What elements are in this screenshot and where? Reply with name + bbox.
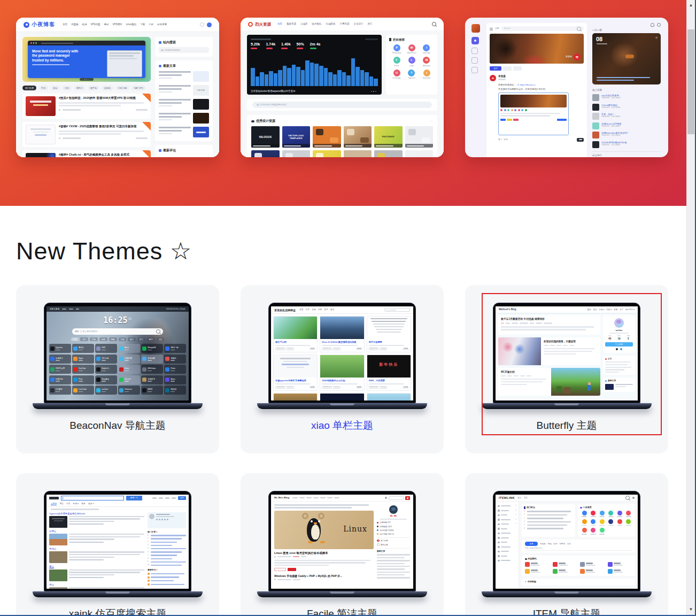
search-bar[interactable]: 搜索输入搜索关键词... bbox=[72, 328, 163, 335]
nav-item[interactable]: 关于 bbox=[324, 309, 328, 311]
app-card[interactable]: MySQL bbox=[164, 386, 186, 395]
app-card[interactable]: 哔哩哔哩 bbox=[118, 355, 140, 364]
resource-thumb[interactable] bbox=[405, 126, 434, 148]
hot-row[interactable]: 6 bbox=[524, 528, 573, 529]
tool-item[interactable] bbox=[599, 519, 605, 526]
app-card[interactable]: AList bbox=[118, 344, 140, 353]
hot-list-row[interactable]: 10 bbox=[148, 564, 186, 566]
post-card[interactable] bbox=[320, 393, 364, 401]
topic-row[interactable]: 自建bitwarden真的安全吗?3 REPLIES，2280 VIEWS bbox=[592, 132, 661, 138]
menu-row[interactable] bbox=[498, 558, 516, 563]
app-card[interactable]: PHP bbox=[95, 344, 117, 353]
category-tab[interactable]: 运维 bbox=[99, 337, 107, 341]
resource-thumb[interactable]: FREEBIES bbox=[405, 150, 434, 157]
category-tab[interactable]: 影音 bbox=[137, 337, 145, 341]
menu-row[interactable]: ▾ bbox=[498, 518, 516, 522]
post-title[interactable]: KMS，无良商家 bbox=[369, 379, 409, 382]
category-tab[interactable]: 设计 bbox=[80, 337, 88, 341]
tech-item[interactable] bbox=[580, 569, 605, 574]
nav-item[interactable]: 其它 bbox=[524, 497, 528, 499]
scroll-up-icon[interactable]: ▲ bbox=[687, 1, 695, 10]
tag-pill[interactable]: 中转 bbox=[38, 86, 48, 90]
search-pill[interactable]: Search bbox=[501, 26, 584, 31]
hot-list-row[interactable]: 7 bbox=[148, 555, 186, 557]
tab-pill[interactable] bbox=[513, 66, 522, 71]
tech-item[interactable] bbox=[608, 569, 632, 574]
tag-pill[interactable]: 热门推荐 bbox=[22, 86, 36, 90]
app-card[interactable]: Stable D.. bbox=[95, 365, 117, 374]
nav-item[interactable]: 技术教程 bbox=[312, 22, 322, 25]
recent-post-row[interactable] bbox=[159, 99, 209, 110]
search-input[interactable]: 输入后回车即可搜索想要的内容 bbox=[252, 102, 432, 108]
app-card[interactable]: 腾讯云 bbox=[72, 344, 94, 353]
theme-name-link[interactable]: xiao 单栏主题 bbox=[241, 420, 444, 432]
search-input[interactable]: 输入关键字搜索 bbox=[384, 308, 410, 312]
nav-item[interactable]: 统计中心 ▾ bbox=[625, 309, 635, 311]
more-chip[interactable]: MORE bbox=[310, 348, 316, 350]
radio-row[interactable]: 热门文章 bbox=[377, 540, 410, 542]
theme-card-butterfly[interactable]: Weilson's Blog搜索首页标签 ▾归档 ▾友链关于统计中心 ▾雨卡云1… bbox=[465, 285, 668, 453]
tag-pill[interactable]: 直连 bbox=[50, 86, 60, 90]
topic-row[interactable]: 世界，你好！8 REPLIES，2730 VIEWS bbox=[592, 113, 661, 120]
app-item[interactable]: MMockups bbox=[423, 57, 430, 67]
scroll-down-icon[interactable]: ▼ bbox=[687, 605, 695, 614]
category-tab[interactable]: 工具 bbox=[119, 337, 127, 341]
menu-row[interactable] bbox=[498, 554, 516, 559]
resource-thumb[interactable] bbox=[374, 150, 403, 157]
article-card[interactable]: #测评# Chalk.ist - 帅气的截图美化工具 多风格 多样式 bbox=[22, 150, 151, 157]
resource-thumb[interactable] bbox=[282, 150, 311, 157]
menu-row[interactable] bbox=[498, 545, 516, 550]
app-item[interactable]: TTypecho bbox=[408, 70, 415, 80]
resource-thumb[interactable] bbox=[313, 150, 341, 157]
nav-item[interactable]: 下载 bbox=[140, 23, 145, 26]
comment-row[interactable] bbox=[148, 583, 186, 586]
post-title[interactable]: 2025年想做的小小计划 bbox=[322, 379, 362, 382]
post-title[interactable]: 开源typecho的单栏主题魔改版 bbox=[275, 379, 315, 382]
tab-item[interactable]: 搜索 bbox=[81, 503, 86, 505]
post-actions[interactable]: 赞 2 · 回复 bbox=[498, 138, 508, 141]
menu-icon[interactable] bbox=[490, 27, 493, 30]
tab-item[interactable]: 分类 bbox=[66, 503, 71, 505]
daily-photo-card[interactable]: 08◇ bbox=[592, 33, 661, 84]
result-title[interactable]: Typecho仿百度搜索风格主题Xaink bbox=[49, 512, 144, 515]
result-title[interactable]: 黄山 bbox=[49, 565, 144, 568]
theme-card-facile[interactable]: Mr. Ma's BlogLinuxLinux 使用 cron 每天定时执行命令… bbox=[241, 473, 444, 616]
app-item[interactable]: FFonts bbox=[393, 57, 400, 67]
tab-pill[interactable] bbox=[503, 66, 512, 71]
theme-name-link[interactable]: Butterfly 主题 bbox=[465, 420, 668, 432]
tool-item[interactable] bbox=[599, 528, 605, 534]
app-card[interactable]: Nginx bbox=[72, 355, 94, 364]
engine-tab[interactable]: GitHub bbox=[560, 543, 566, 545]
category-tab[interactable]: 学习 bbox=[147, 337, 155, 341]
app-card[interactable]: Typecho bbox=[49, 344, 71, 353]
nav-item[interactable]: 优惠购 bbox=[71, 23, 79, 26]
tag-pill[interactable]: 新手包 bbox=[88, 86, 99, 90]
app-card[interactable]: 阿里云盘 bbox=[49, 375, 71, 384]
hot-list-row[interactable]: 5 bbox=[148, 548, 186, 550]
tab-item[interactable]: 标签 ▾ bbox=[73, 503, 79, 505]
nav-item[interactable]: 分类 bbox=[306, 309, 310, 311]
engine-tab[interactable]: 站内 bbox=[554, 543, 558, 545]
engine-tab[interactable]: Bing bbox=[548, 543, 552, 545]
tab-item[interactable]: 全部贴 bbox=[51, 503, 57, 506]
post-title[interactable]: Windows 手动搭建 Caddy + PHP + MySQL 的 PHP 开… bbox=[274, 574, 374, 578]
bell-icon[interactable] bbox=[651, 23, 654, 27]
nav-item[interactable]: 素材资源 bbox=[287, 22, 296, 25]
nav-item[interactable]: 首页 bbox=[63, 23, 67, 26]
app-item[interactable]: UUI Design bbox=[392, 70, 400, 80]
search-result[interactable]: 华山 bbox=[49, 583, 144, 589]
hot-list-row[interactable]: 8 bbox=[148, 558, 186, 560]
hot-list-row[interactable]: 4 bbox=[148, 544, 186, 546]
menu-row[interactable]: ▾ bbox=[498, 504, 516, 509]
category-tab[interactable]: 娱乐 bbox=[128, 337, 136, 341]
app-card[interactable]: 百度统计 bbox=[49, 355, 71, 364]
resource-thumb[interactable] bbox=[313, 126, 341, 148]
theme-card-xiao[interactable]: 某某的生活碎碎念首页分类友链日常关于留言输入关键字搜索旅行半小时2025-01-… bbox=[241, 285, 444, 453]
app-card[interactable]: iScreen bbox=[118, 375, 140, 384]
app-card[interactable]: YouTube bbox=[72, 365, 94, 374]
hero-slider[interactable]: Move fast and securely withthe password … bbox=[22, 37, 151, 82]
app-item[interactable]: IInDesign bbox=[423, 44, 430, 55]
vertical-scrollbar[interactable]: ▲ ▼ bbox=[686, 0, 695, 615]
post-link[interactable]: ✈ https://flarum.cc bbox=[517, 83, 536, 86]
tab-item[interactable]: 博文 bbox=[59, 503, 64, 505]
